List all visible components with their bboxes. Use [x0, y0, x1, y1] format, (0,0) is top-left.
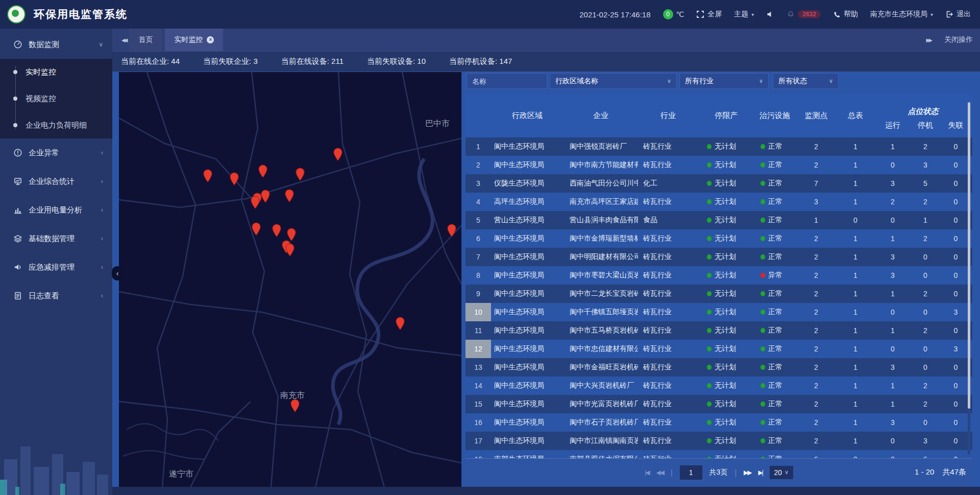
scrollbar-thumb[interactable]	[968, 102, 970, 409]
map-pin[interactable]	[296, 168, 305, 181]
sidebar-item-enterprise-statistics[interactable]: 企业综合统计‹	[0, 167, 112, 196]
table-row[interactable]: 2阆中生态环境局阆中市南方节能建材有砖瓦行业无计划正常21030	[465, 156, 972, 174]
map-pin[interactable]	[285, 189, 295, 203]
map-pin[interactable]	[258, 164, 268, 178]
table-row[interactable]: 1阆中生态环境局阆中强锐页岩砖厂砖瓦行业无计划正常21120	[465, 137, 972, 156]
map-pin[interactable]	[251, 196, 260, 209]
next-page-button[interactable]: ▶▶	[744, 469, 751, 476]
cell-meters: 1	[837, 395, 874, 413]
status-dot-green	[707, 181, 712, 186]
page-size-select[interactable]: 20 ∨	[770, 466, 793, 479]
org-dropdown[interactable]: 南充市生态环境局 ▾	[870, 10, 933, 19]
map-pin[interactable]	[290, 399, 300, 413]
table-row[interactable]: 9阆中生态环境局阆中市二龙长宝页岩砖砖瓦行业无计划正常21120	[465, 285, 972, 303]
cell-index: 4	[465, 193, 491, 211]
status-dot-green	[707, 438, 712, 443]
name-search-input[interactable]	[467, 73, 547, 89]
industry-select[interactable]: 所有行业 ∨	[679, 73, 769, 89]
sidebar-subitem[interactable]: 视频监控	[0, 85, 112, 112]
sidebar-item-log-view[interactable]: 日志查看‹	[0, 281, 112, 310]
table-row[interactable]: 5营山生态环境局营山县润丰肉食品有限食品无计划正常10010	[465, 211, 972, 229]
table-row[interactable]: 17阆中生态环境局阆中市江南镇阆南页岩砖瓦行业无计划正常21030	[465, 432, 972, 450]
table-row[interactable]: 6阆中生态环境局阆中市金博瑞新型墙材砖瓦行业无计划正常21120	[465, 229, 972, 248]
cell-company: 阆中市南方节能建材有	[564, 156, 638, 174]
collapse-sidebar-button[interactable]: ‹	[112, 266, 123, 280]
sidebar-item-emergency-reduction[interactable]: 应急减排管理‹	[0, 253, 112, 281]
cell-running: 3	[874, 266, 912, 285]
cell-running: 3	[874, 248, 912, 266]
map-pin[interactable]	[230, 172, 239, 186]
help-button[interactable]: 帮助	[833, 10, 858, 19]
cell-points: 2	[795, 358, 837, 376]
map-panel[interactable]: 巴中市南充市遂宁市	[119, 72, 461, 487]
cell-company: 阆中明阳建材有限公司	[564, 248, 638, 266]
horn-icon	[13, 263, 22, 272]
theme-dropdown[interactable]: 主题 ▾	[734, 10, 754, 19]
cell-industry: 砖瓦行业	[638, 137, 698, 156]
status-select[interactable]: 所有状态 ∨	[773, 73, 839, 89]
map-pin[interactable]	[285, 243, 295, 257]
cell-meters: 1	[837, 193, 874, 211]
tab-home[interactable]: 首页	[129, 29, 162, 51]
table-row[interactable]: 7阆中生态环境局阆中明阳建材有限公司砖瓦行业无计划正常21300	[465, 248, 972, 266]
bell-icon	[787, 10, 795, 18]
map-pin[interactable]	[447, 224, 457, 238]
mute-speaker-icon[interactable]	[766, 10, 774, 18]
table-row[interactable]: 10阆中生态环境局阆中千佛镇五郎垭页岩砖瓦行业无计划正常21003	[465, 303, 972, 321]
chevron-down-icon: ∨	[785, 469, 789, 476]
table-row[interactable]: 14阆中生态环境局阆中大兴页岩机砖厂砖瓦行业无计划正常21120	[465, 376, 972, 395]
logout-icon	[945, 10, 953, 18]
sidebar-item-enterprise-abnormal[interactable]: 企业异常‹	[0, 138, 112, 167]
table-row[interactable]: 11阆中生态环境局阆中市五马桥页岩机砖砖瓦行业无计划正常21120	[465, 321, 972, 340]
close-icon[interactable]: ×	[207, 36, 214, 43]
tabs-scroll-left-icon[interactable]: ◀◀	[121, 37, 126, 43]
table-row[interactable]: 13阆中生态环境局阆中市金福旺页岩机砖砖瓦行业无计划正常21300	[465, 358, 972, 376]
logout-button[interactable]: 退出	[945, 10, 971, 19]
table-row[interactable]: 18南部生态环境局南部县双佳水泥有限公砖瓦行业无计划正常60060	[465, 450, 972, 458]
region-select[interactable]: 行政区域名称 ∨	[550, 73, 677, 89]
datetime: 2021-02-25 17:46:18	[579, 10, 650, 19]
prev-page-button[interactable]: ◀◀	[656, 469, 663, 476]
map-pin[interactable]	[252, 222, 261, 236]
tab-realtime-monitor[interactable]: 实时监控 ×	[165, 29, 223, 51]
cell-facility: 正常	[754, 156, 795, 174]
sidebar-item-base-data[interactable]: 基础数据管理‹	[0, 224, 112, 253]
cell-points: 2	[795, 248, 837, 266]
table-scrollbar[interactable]	[968, 102, 970, 455]
table-row[interactable]: 4高坪生态环境局南充市高坪区王家店建砖瓦行业无计划正常31220	[465, 193, 972, 211]
tabs-scroll-right-icon[interactable]: ▶▶	[926, 37, 931, 43]
status-dot-green	[761, 328, 765, 333]
sidebar-subitem[interactable]: 企业电力负荷明细	[0, 112, 112, 138]
status-dot-green	[761, 420, 765, 425]
sidebar-item-electricity-analysis[interactable]: 企业用电量分析‹	[0, 196, 112, 224]
first-page-button[interactable]: |◀	[645, 469, 649, 476]
notification-area[interactable]: 2632	[787, 10, 821, 18]
cell-stopped: 2	[912, 321, 939, 340]
stat-online-enterprises: 当前在线企业: 44	[121, 57, 180, 66]
last-page-button[interactable]: ▶|	[758, 469, 763, 476]
table-row[interactable]: 8阆中生态环境局阆中市枣碧大梁山页岩砖瓦行业无计划异常21300	[465, 266, 972, 285]
cell-company: 阆中市光富页岩机砖厂	[564, 395, 638, 413]
bullet-icon	[13, 123, 17, 127]
cell-index: 13	[465, 358, 491, 376]
fullscreen-button[interactable]: 全屏	[696, 10, 722, 19]
map-pin[interactable]	[203, 169, 213, 183]
table-row[interactable]: 12阆中生态环境局阆中市忠信建材有限公砖瓦行业无计划正常21003	[465, 340, 972, 358]
cell-points: 2	[795, 266, 837, 285]
map-pin[interactable]	[333, 148, 343, 161]
map-pin[interactable]	[261, 190, 271, 203]
cell-facility: 正常	[754, 303, 795, 321]
page-number-input[interactable]: 1	[680, 465, 702, 480]
map-pin[interactable]	[396, 317, 405, 331]
table-row[interactable]: 16阆中生态环境局阆中市石子页岩机砖厂砖瓦行业无计划正常21300	[465, 413, 972, 432]
status-dot-green	[707, 144, 712, 149]
table-row[interactable]: 15阆中生态环境局阆中市光富页岩机砖厂砖瓦行业无计划正常21120	[465, 395, 972, 413]
theme-label: 主题	[734, 10, 748, 19]
sidebar-subitem[interactable]: 实时监控	[0, 59, 112, 85]
map-pin[interactable]	[287, 228, 297, 242]
close-operations-button[interactable]: 关闭操作	[944, 35, 973, 44]
sidebar-item-data-monitoring[interactable]: 数据监测∨	[0, 30, 112, 59]
map-pin[interactable]	[272, 224, 282, 238]
status-dot-green	[707, 291, 712, 296]
table-row[interactable]: 3仪陇生态环境局西南油气田分公司川中化工无计划正常71350	[465, 174, 972, 193]
